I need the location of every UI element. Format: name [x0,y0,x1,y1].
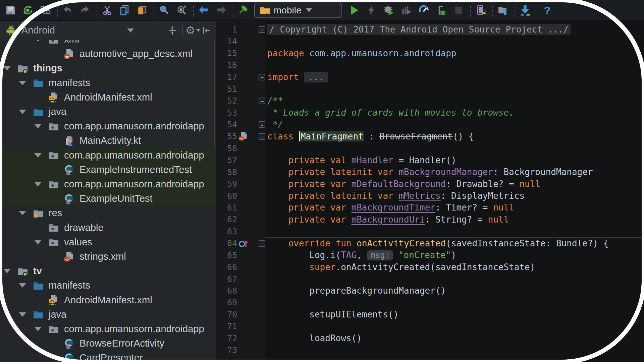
editor-line-70[interactable]: 70 setupUIElements() [216,308,644,320]
editor-line-60[interactable]: 60 private lateinit var mMetrics: Displa… [216,190,644,202]
editor-line-54[interactable]: 54▴ */ [216,118,644,130]
lightning-button[interactable] [365,4,378,17]
forward-button[interactable] [215,4,227,17]
editor-line-17[interactable]: 17+import ... [216,71,644,83]
editor-line-53[interactable]: 53 * Loads a grid of cards with movies t… [216,107,644,119]
tree-item-java[interactable]: java [0,307,216,322]
editor-line-68[interactable]: 68 prepareBackgroundManager() [216,285,644,297]
avd-manager-button[interactable] [474,4,487,17]
tree-item-drawable[interactable]: drawable [0,221,216,235]
tree-item-exampleunittest[interactable]: ExampleUnitTest [0,191,216,206]
editor-line-67[interactable]: 67 [216,273,644,285]
sync-button[interactable] [39,4,52,17]
tree-item-com-app-umanusorn-androidapp[interactable]: com.app.umanusorn.androidapp [0,177,216,191]
settings-gear-button[interactable]: ⚙ [186,24,200,37]
editor-line-16[interactable]: 16 [216,59,644,71]
help-button[interactable]: ? [541,4,553,17]
editor-line-58[interactable]: 58 private lateinit var mBackgroundManag… [216,166,644,178]
fold-marker-minus[interactable]: − [259,240,265,247]
back-button[interactable] [197,4,210,17]
editor-line-15[interactable]: 15package com.app.umanusorn.androidapp [216,47,644,59]
fold-marker-plus[interactable]: + [259,26,265,33]
editor-line-52[interactable]: 52−/** [216,95,644,107]
tree-item-cardpresenter[interactable]: CardPresenter [0,351,216,362]
tree-item-mainactivity-kt[interactable]: MainActivity.kt [0,133,216,148]
fold-marker-end[interactable]: ▴ [259,121,265,128]
tree-item-xml[interactable]: xml [0,40,216,47]
tree-item-automotive-app-desc-xml[interactable]: <>automotive_app_desc.xml [0,47,216,61]
copy-button[interactable] [118,4,131,17]
expand-arrow-icon[interactable] [34,124,48,128]
tree-item-com-app-umanusorn-androidapp[interactable]: com.app.umanusorn.androidapp [0,148,216,163]
editor-line-59[interactable]: 59 private var mDefaultBackground: Drawa… [216,178,644,190]
editor-line-71[interactable]: 71 [216,320,644,333]
profiler-button[interactable] [417,4,430,17]
project-view-selector[interactable]: Android [0,24,166,37]
editor-line-73[interactable]: 73 [216,344,644,356]
editor-line-64[interactable]: 64− override fun onActivityCreated(saved… [216,237,644,249]
editor-line-61[interactable]: 61 private var mBackgroundTimer: Timer? … [216,201,644,214]
tree-item-androidmanifest-xml[interactable]: <>AndroidManifest.xml [0,293,216,307]
paste-button[interactable] [136,4,148,17]
stop-button[interactable] [452,4,465,17]
tree-item-exampleinstrumentedtest[interactable]: ExampleInstrumentedTest [0,163,216,177]
redo-button[interactable] [78,4,91,17]
download-button[interactable] [519,4,531,17]
editor-line-51[interactable]: 51 [216,83,644,95]
hide-panel-button[interactable] [200,24,213,37]
find-button[interactable] [158,4,170,17]
editor-line-65[interactable]: 65 Log.i(TAG, msg: "onCreate") [216,249,644,261]
editor-line-72[interactable]: 72 loadRows() [216,332,644,344]
tree-item-com-app-umanusorn-androidapp[interactable]: com.app.umanusorn.androidapp [0,322,216,336]
collapse-all-button[interactable] [166,24,179,37]
tree-item-browseerroractivity[interactable]: BrowseErrorActivity [0,336,216,351]
expand-arrow-icon[interactable] [18,81,33,85]
editor-line-62[interactable]: 62 private var mBackgroundUri: String? =… [216,214,644,226]
expand-arrow-icon[interactable] [34,240,48,244]
tree-item-tv[interactable]: tv [0,264,216,278]
editor-line-57[interactable]: 57 private val mHandler = Handler() [216,154,644,166]
expand-arrow-icon[interactable] [18,211,33,215]
save-button[interactable] [4,4,17,17]
attach-debugger-button[interactable] [435,4,447,17]
tree-item-strings-xml[interactable]: <>strings.xml [0,249,216,264]
expand-arrow-icon[interactable] [18,283,33,288]
editor-line-14[interactable]: 14 [216,35,644,47]
tree-item-things[interactable]: things [0,61,216,75]
editor-line-66[interactable]: 66 super.onActivityCreated(savedInstance… [216,261,644,273]
editor-line-1[interactable]: 1+/ Copyright (C) 2017 The Android Open … [216,23,644,36]
expand-arrow-icon[interactable] [18,312,33,317]
expand-arrow-icon[interactable] [34,153,48,158]
related-xml-file-icon[interactable]: <> [238,131,253,141]
expand-arrow-icon[interactable] [18,110,33,114]
editor-line-55[interactable]: 55<>−class MainFragment : BrowseFragment… [216,130,644,142]
run-button[interactable] [347,4,360,17]
editor-pane[interactable]: 1+/ Copyright (C) 2017 The Android Open … [216,21,644,362]
fold-marker-minus[interactable]: − [259,98,265,104]
editor-line-56[interactable]: 56 [216,142,644,154]
tree-item-com-app-umanusorn-androidapp[interactable]: com.app.umanusorn.androidapp [0,119,216,133]
undo-button[interactable] [61,4,74,17]
fold-marker-minus[interactable]: − [259,133,265,140]
tree-item-manifests[interactable]: manifests [0,278,216,293]
profile-button[interactable] [400,4,413,17]
gradle-sync-button[interactable] [21,4,34,17]
overriding-method-icon[interactable] [238,238,253,248]
editor-line-69[interactable]: 69 [216,297,644,309]
tree-item-java[interactable]: java [0,105,216,119]
tree-item-manifests[interactable]: manifests [0,76,216,90]
tree-item-androidmanifest-xml[interactable]: <>AndroidManifest.xml [0,90,216,105]
debug-button[interactable] [382,4,395,17]
expand-arrow-icon[interactable] [3,269,17,273]
expand-arrow-icon[interactable] [34,327,48,331]
sdk-manager-button[interactable] [496,4,509,17]
expand-arrow-icon[interactable] [34,182,48,186]
tree-item-values[interactable]: values [0,235,216,249]
tree-item-res[interactable]: res [0,206,216,220]
run-configuration-dropdown[interactable]: mobile [254,3,342,18]
editor-line-63[interactable]: 63 [216,225,644,237]
replace-button[interactable]: A [175,4,188,17]
expand-arrow-icon[interactable] [3,66,17,70]
fold-marker-plus[interactable]: + [259,74,265,80]
cut-button[interactable] [101,4,113,17]
